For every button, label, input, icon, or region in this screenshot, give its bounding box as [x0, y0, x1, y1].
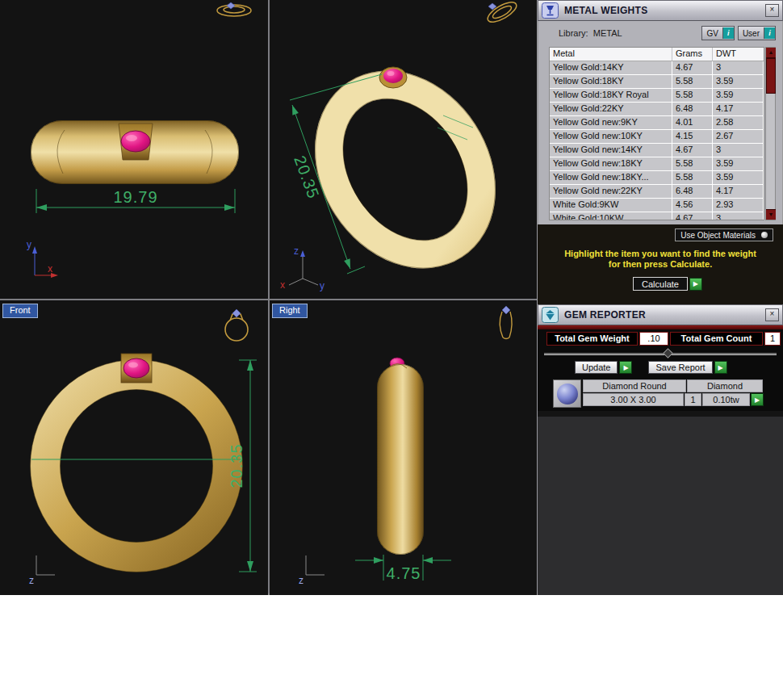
gem-reporter-controls: Total Gem Weight .10 Total Gem Count 1 U… — [538, 329, 783, 411]
table-row[interactable]: Yellow Gold new:18KY5.583.59 — [550, 157, 764, 171]
table-row[interactable]: Yellow Gold:18KY Royal5.583.59 — [550, 89, 764, 103]
gem-bezel — [121, 354, 152, 383]
svg-text:y: y — [27, 239, 31, 250]
column-header-dwt: DWT — [713, 48, 764, 61]
icon-gem — [232, 309, 241, 317]
gem-list-item[interactable]: Diamond Round Diamond 3.00 X 3.00 1 0.10… — [538, 374, 783, 408]
table-row[interactable]: Yellow Gold:18KY5.583.59 — [550, 75, 764, 89]
axis-indicator: z x y — [280, 245, 325, 291]
calculate-button[interactable]: Calculate — [633, 277, 688, 291]
calculate-go-button[interactable]: ▶ — [689, 278, 702, 291]
table-row[interactable]: Yellow Gold new:22KY6.484.17 — [550, 185, 764, 199]
total-gem-weight-label: Total Gem Weight — [546, 332, 638, 346]
hint-text: Highlight the item you want to find the … — [538, 249, 783, 270]
info-icon[interactable]: i — [722, 27, 734, 39]
update-button[interactable]: Update — [575, 361, 618, 374]
dimension-height: 20.35 — [228, 360, 257, 572]
cplane-front-ring-icon — [225, 314, 248, 341]
svg-text:z: z — [29, 575, 34, 586]
metal-table-header: Metal Grams DWT — [550, 48, 764, 61]
slider-track — [544, 353, 777, 355]
svg-text:x: x — [280, 279, 285, 291]
table-row[interactable]: Yellow Gold:22KY6.484.17 — [550, 103, 764, 116]
gem-size: 3.00 X 3.00 — [583, 393, 684, 406]
close-icon[interactable]: × — [765, 4, 779, 17]
gem-reporter-icon — [542, 307, 559, 323]
app-root: 19.79 y x — [0, 0, 783, 700]
gem-buttons-row: Update ▶ Save Report ▶ — [538, 361, 783, 374]
save-report-button[interactable]: Save Report — [648, 361, 712, 374]
gem-go-button[interactable]: ▶ — [751, 393, 764, 406]
gem-thumbnail[interactable] — [553, 379, 581, 408]
cplane-perspective-ring-icon — [485, 0, 520, 26]
axis-indicator: z — [299, 555, 325, 586]
metal-weights-footer: Use Object Materials Highlight the item … — [538, 224, 783, 304]
user-button[interactable]: User i — [738, 26, 776, 40]
svg-text:x: x — [48, 263, 52, 275]
info-icon[interactable]: i — [764, 27, 775, 39]
total-gem-weight-value: .10 — [639, 332, 668, 346]
save-report-go-button[interactable]: ▶ — [714, 361, 727, 374]
gem-slider[interactable] — [544, 349, 777, 358]
gem-totals-row: Total Gem Weight .10 Total Gem Count 1 — [538, 329, 783, 346]
panel-title: METAL WEIGHTS — [564, 5, 760, 16]
slider-thumb[interactable] — [663, 348, 673, 358]
metal-table-body: Yellow Gold:14KY4.673 Yellow Gold:18KY5.… — [550, 61, 764, 220]
gv-button[interactable]: GV i — [701, 26, 734, 40]
close-icon[interactable]: × — [765, 308, 779, 321]
gem-reporter-empty-area — [538, 417, 783, 595]
gem-reporter-panel: GEM REPORTER × Total Gem Weight .10 Tota… — [538, 304, 783, 595]
ruby-gem — [379, 67, 407, 88]
viewport-area: 19.79 y x — [0, 0, 537, 595]
metal-weights-icon — [542, 2, 559, 19]
scrollbar-thumb[interactable] — [766, 58, 776, 94]
viewport-perspective[interactable]: 20.35 z x y — [270, 0, 537, 299]
gem-weight: 0.10tw — [702, 393, 750, 406]
metal-table: Metal Grams DWT Yellow Gold:14KY4.673 Ye… — [549, 47, 764, 220]
icon-gem — [227, 2, 235, 9]
viewport-title-front[interactable]: Front — [2, 304, 38, 318]
table-row[interactable]: White Gold:9KW4.562.93 — [550, 199, 764, 212]
viewport-title-right[interactable]: Right — [272, 304, 308, 318]
library-label: Library: METAL — [559, 28, 698, 38]
viewport-right[interactable]: Right — [270, 300, 537, 595]
table-row[interactable]: Yellow Gold new:10KY4.152.67 — [550, 130, 764, 144]
led-icon — [761, 232, 768, 238]
update-go-button[interactable]: ▶ — [619, 361, 632, 374]
axis-indicator: z — [29, 555, 55, 586]
right-panel: METAL WEIGHTS × Library: METAL GV i User… — [537, 0, 783, 595]
table-row[interactable]: Yellow Gold new:18KY...5.583.59 — [550, 171, 764, 185]
dimension-text: 19.79 — [113, 188, 157, 206]
ring-profile — [377, 364, 424, 555]
dimension-width: 19.79 — [36, 188, 235, 213]
scroll-up-icon[interactable]: ▲ — [766, 48, 776, 58]
icon-gem — [502, 306, 510, 314]
ring-front — [31, 360, 243, 572]
metal-table-zone: Metal Grams DWT Yellow Gold:14KY4.673 Ye… — [538, 45, 783, 224]
gem-name: Diamond Round — [583, 379, 686, 392]
dimension-text: 4.75 — [387, 564, 421, 582]
library-row: Library: METAL GV i User i — [538, 21, 783, 45]
viewport-top[interactable]: 19.79 y x — [0, 0, 268, 299]
use-object-materials-button[interactable]: Use Object Materials — [675, 228, 773, 241]
column-header-metal: Metal — [550, 48, 672, 61]
dimension-thickness: 4.75 — [355, 555, 451, 582]
scroll-down-icon[interactable]: ▼ — [766, 209, 776, 220]
viewport-front[interactable]: Front — [0, 300, 268, 595]
metal-weights-panel: METAL WEIGHTS × Library: METAL GV i User… — [538, 0, 783, 304]
scrollbar[interactable]: ▲ ▼ — [765, 47, 776, 220]
svg-text:y: y — [320, 280, 325, 291]
panel-title: GEM REPORTER — [564, 309, 760, 321]
table-row[interactable]: White Gold:10KW4.673 — [550, 212, 764, 220]
svg-text:z: z — [299, 575, 304, 586]
total-gem-count-value: 1 — [764, 332, 781, 346]
cplane-side-ring-icon — [500, 312, 512, 339]
dimension-text: 20.35 — [228, 443, 245, 488]
gem-detail-table: Diamond Round Diamond 3.00 X 3.00 1 0.10… — [583, 379, 764, 406]
gem-reporter-titlebar: GEM REPORTER × — [538, 304, 783, 325]
diamond-icon — [557, 384, 578, 404]
table-row[interactable]: Yellow Gold:14KY4.673 — [550, 61, 764, 75]
table-row[interactable]: Yellow Gold new:14KY4.673 — [550, 144, 764, 157]
table-row[interactable]: Yellow Gold new:9KY4.012.58 — [550, 116, 764, 130]
column-header-grams: Grams — [672, 48, 713, 61]
